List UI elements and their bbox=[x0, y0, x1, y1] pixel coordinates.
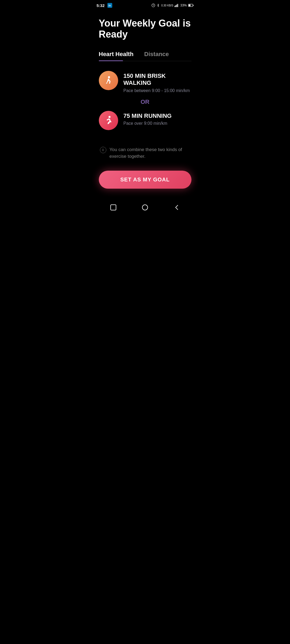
nav-square-button[interactable] bbox=[107, 201, 120, 214]
battery-icon bbox=[188, 4, 194, 7]
walking-icon-circle bbox=[99, 71, 118, 90]
square-icon bbox=[110, 204, 117, 211]
or-divider: OR bbox=[99, 98, 191, 105]
svg-rect-1 bbox=[175, 6, 175, 7]
walking-figure-icon bbox=[103, 75, 114, 86]
nav-home-button[interactable] bbox=[139, 201, 151, 214]
svg-point-8 bbox=[108, 76, 110, 78]
tab-heart-health[interactable]: Heart Health bbox=[99, 51, 134, 61]
status-icons: 0.30 KB/S 33% bbox=[151, 3, 193, 7]
circle-icon bbox=[141, 204, 149, 211]
svg-rect-3 bbox=[177, 5, 177, 7]
signal-icon bbox=[175, 3, 179, 7]
running-title: 75 MIN RUNNING bbox=[124, 112, 191, 119]
svg-rect-6 bbox=[193, 5, 194, 6]
running-icon-circle bbox=[99, 111, 118, 130]
page-title: Your Weekly Goal is Ready bbox=[99, 18, 191, 40]
info-icon: i bbox=[100, 147, 106, 153]
svg-rect-7 bbox=[189, 5, 190, 6]
set-goal-button[interactable]: SET AS MY GOAL bbox=[99, 171, 191, 189]
info-text: You can combine these two kinds of exerc… bbox=[110, 146, 190, 160]
battery-text: 33% bbox=[180, 3, 187, 7]
back-icon bbox=[173, 204, 180, 211]
clock-icon bbox=[151, 3, 155, 7]
running-figure-icon bbox=[103, 115, 114, 126]
status-time: 5:32 bbox=[97, 3, 105, 8]
walking-title: 150 MIN BRISK WALKING bbox=[124, 72, 191, 87]
network-speed: 0.30 KB/S bbox=[161, 4, 173, 7]
svg-rect-10 bbox=[111, 205, 116, 210]
info-section: i You can combine these two kinds of exe… bbox=[99, 146, 191, 160]
tabs-container: Heart Health Distance bbox=[99, 51, 191, 61]
linkedin-icon: in bbox=[107, 3, 112, 8]
svg-rect-2 bbox=[176, 5, 176, 7]
exercise-card-running: 75 MIN RUNNING Pace over 9:00 min/km bbox=[99, 111, 191, 130]
bluetooth-icon bbox=[157, 3, 160, 7]
svg-point-11 bbox=[142, 205, 148, 210]
exercise-card-walking: 150 MIN BRISK WALKING Pace between 9:00 … bbox=[99, 71, 191, 93]
nav-back-button[interactable] bbox=[170, 201, 183, 214]
running-subtitle: Pace over 9:00 min/km bbox=[124, 121, 191, 126]
status-bar: 5:32 in 0.30 KB/S 33% bbox=[92, 0, 198, 10]
nav-bar bbox=[92, 197, 198, 216]
svg-rect-4 bbox=[177, 4, 178, 7]
svg-point-9 bbox=[108, 116, 111, 118]
running-info: 75 MIN RUNNING Pace over 9:00 min/km bbox=[124, 111, 191, 126]
bottom-section: SET AS MY GOAL bbox=[92, 168, 198, 194]
walking-info: 150 MIN BRISK WALKING Pace between 9:00 … bbox=[124, 71, 191, 93]
walking-subtitle: Pace between 9:00 - 15:00 min/km bbox=[124, 88, 191, 93]
main-content: Your Weekly Goal is Ready Heart Health D… bbox=[92, 10, 198, 160]
tab-distance[interactable]: Distance bbox=[144, 51, 169, 61]
